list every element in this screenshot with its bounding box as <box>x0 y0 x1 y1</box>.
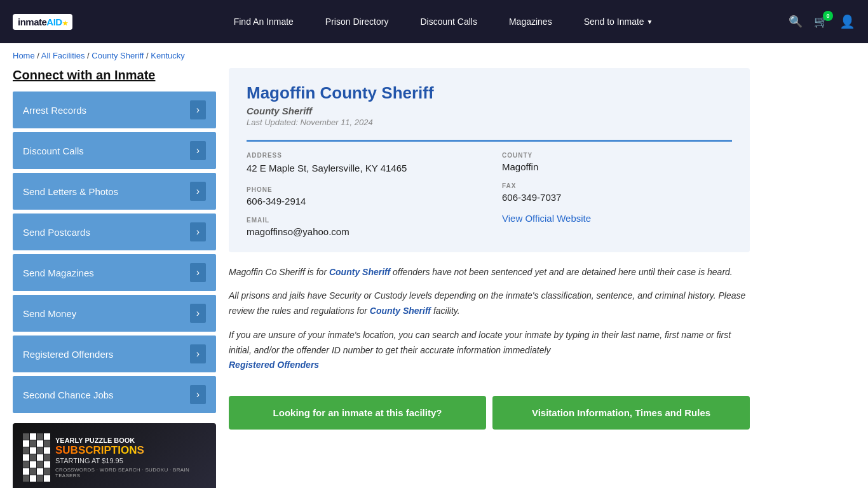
sidebar: Connect with an Inmate Arrest Records › … <box>13 68 216 488</box>
main-layout: Connect with an Inmate Arrest Records › … <box>0 68 763 488</box>
fax-label: FAX <box>502 182 732 189</box>
sidebar-btn-discount-calls[interactable]: Discount Calls › <box>13 132 216 169</box>
sidebar-arrow-registered-offenders: › <box>190 344 206 363</box>
desc-p2-after: facility. <box>431 306 460 316</box>
navbar: inmateAID★ Find An Inmate Prison Directo… <box>0 0 868 43</box>
bottom-buttons: Looking for an inmate at this facility? … <box>229 396 750 430</box>
fax-value: 606-349-7037 <box>502 192 732 203</box>
nav-find-inmate[interactable]: Find An Inmate <box>234 17 294 27</box>
sidebar-label-discount-calls: Discount Calls <box>23 146 84 156</box>
ad-line3: STARTING AT $19.95 <box>55 457 206 464</box>
address-label: ADDRESS <box>247 152 477 159</box>
visitation-info-button[interactable]: Visitation Information, Times and Rules <box>492 396 750 430</box>
website-section: View Official Website <box>502 213 732 224</box>
navbar-links: Find An Inmate Prison Directory Discount… <box>98 17 789 27</box>
email-label: EMAIL <box>247 217 477 224</box>
breadcrumb-county-sheriff[interactable]: County Sheriff <box>92 51 144 60</box>
sidebar-btn-send-postcards[interactable]: Send Postcards › <box>13 214 216 250</box>
facility-card: Magoffin County Sheriff County Sheriff L… <box>229 68 750 252</box>
sidebar-arrow-arrest-records: › <box>190 100 206 119</box>
view-official-website-link[interactable]: View Official Website <box>502 213 591 224</box>
county-value: Magoffin <box>502 161 732 172</box>
facility-type: County Sheriff <box>247 105 732 116</box>
detail-right: COUNTY Magoffin FAX 606-349-7037 View Of… <box>502 152 732 237</box>
registered-offenders-link[interactable]: Registered Offenders <box>229 360 319 370</box>
cart-button[interactable]: 🛒 0 <box>814 15 828 29</box>
logo[interactable]: inmateAID★ <box>13 14 72 30</box>
county-label: COUNTY <box>502 152 732 159</box>
address-section: ADDRESS 42 E Maple St, Saylersville, KY … <box>247 152 477 176</box>
sidebar-arrow-second-chance-jobs: › <box>190 385 206 404</box>
caret-down-icon: ▼ <box>647 18 653 25</box>
sidebar-label-send-letters: Send Letters & Photos <box>23 186 118 197</box>
desc-p1-highlight[interactable]: County Sheriff <box>329 267 390 277</box>
desc-para-3: If you are unsure of your inmate's locat… <box>229 328 750 373</box>
send-to-inmate-label: Send to Inmate <box>584 17 644 27</box>
nav-send-to-inmate[interactable]: Send to Inmate ▼ <box>584 17 653 27</box>
ad-text: YEARLY PUZZLE BOOK SUBSCRIPTIONS STARTIN… <box>55 437 206 478</box>
phone-section: PHONE 606-349-2914 <box>247 186 477 207</box>
user-button[interactable]: 👤 <box>839 14 855 29</box>
sidebar-arrow-send-letters: › <box>190 182 206 201</box>
sidebar-btn-second-chance-jobs[interactable]: Second Chance Jobs › <box>13 376 216 413</box>
sidebar-label-send-magazines: Send Magazines <box>23 268 94 278</box>
desc-p2-highlight[interactable]: County Sheriff <box>370 306 431 316</box>
breadcrumb-home[interactable]: Home <box>13 51 35 60</box>
ad-line2: SUBSCRIPTIONS <box>55 444 206 457</box>
phone-value: 606-349-2914 <box>247 196 477 207</box>
ad-line4: CROSSWORDS · WORD SEARCH · SUDOKU · BRAI… <box>55 467 206 478</box>
facility-details: ADDRESS 42 E Maple St, Saylersville, KY … <box>247 140 732 237</box>
nav-prison-directory[interactable]: Prison Directory <box>325 17 389 27</box>
nav-discount-calls[interactable]: Discount Calls <box>420 17 477 27</box>
sidebar-btn-send-letters[interactable]: Send Letters & Photos › <box>13 173 216 210</box>
search-button[interactable]: 🔍 <box>789 15 803 29</box>
sidebar-btn-registered-offenders[interactable]: Registered Offenders › <box>13 336 216 372</box>
desc-p1-after: offenders have not been sentenced yet an… <box>390 267 733 277</box>
cart-badge: 0 <box>823 11 833 21</box>
sidebar-btn-send-magazines[interactable]: Send Magazines › <box>13 254 216 291</box>
sidebar-label-send-money: Send Money <box>23 308 76 319</box>
county-section: COUNTY Magoffin <box>502 152 732 172</box>
sidebar-btn-arrest-records[interactable]: Arrest Records › <box>13 92 216 128</box>
breadcrumb-all-facilities[interactable]: All Facilities <box>41 51 85 60</box>
desc-para-1: Magoffin Co Sheriff is for County Sherif… <box>229 265 750 280</box>
sidebar-ad[interactable]: YEARLY PUZZLE BOOK SUBSCRIPTIONS STARTIN… <box>13 423 216 488</box>
desc-p3-text: If you are unsure of your inmate's locat… <box>229 330 731 355</box>
navbar-icons: 🔍 🛒 0 👤 <box>789 14 855 29</box>
detail-left: ADDRESS 42 E Maple St, Saylersville, KY … <box>247 152 477 237</box>
sidebar-arrow-send-magazines: › <box>190 263 206 282</box>
sidebar-btn-send-money[interactable]: Send Money › <box>13 295 216 332</box>
nav-magazines[interactable]: Magazines <box>509 17 552 27</box>
sidebar-arrow-discount-calls: › <box>190 141 206 160</box>
email-section: EMAIL magoffinso@yahoo.com <box>247 217 477 237</box>
desc-p2-before: All prisons and jails have Security or C… <box>229 290 745 316</box>
content-area: Magoffin County Sheriff County Sheriff L… <box>229 68 750 488</box>
breadcrumb: Home / All Facilities / County Sheriff /… <box>0 43 868 68</box>
ad-puzzle-grid <box>23 433 50 482</box>
fax-section: FAX 606-349-7037 <box>502 182 732 203</box>
sidebar-title: Connect with an Inmate <box>13 68 216 83</box>
facility-updated: Last Updated: November 11, 2024 <box>247 118 732 127</box>
phone-label: PHONE <box>247 186 477 193</box>
sidebar-label-arrest-records: Arrest Records <box>23 105 86 116</box>
sidebar-arrow-send-money: › <box>190 304 206 323</box>
facility-name: Magoffin County Sheriff <box>247 83 732 103</box>
logo-aid-text: AID <box>46 17 62 27</box>
logo-star-icon: ★ <box>62 20 68 27</box>
desc-para-2: All prisons and jails have Security or C… <box>229 288 750 319</box>
desc-p1-before: Magoffin Co Sheriff is for <box>229 267 329 277</box>
sidebar-arrow-send-postcards: › <box>190 222 206 241</box>
address-value: 42 E Maple St, Saylersville, KY 41465 <box>247 161 477 176</box>
looking-for-inmate-button[interactable]: Looking for an inmate at this facility? <box>229 396 486 430</box>
email-value: magoffinso@yahoo.com <box>247 226 477 237</box>
breadcrumb-state[interactable]: Kentucky <box>151 51 184 60</box>
logo-inmate-text: inmate <box>18 17 46 27</box>
description-area: Magoffin Co Sheriff is for County Sherif… <box>229 265 750 384</box>
sidebar-label-registered-offenders: Registered Offenders <box>23 349 113 360</box>
sidebar-label-send-postcards: Send Postcards <box>23 227 90 238</box>
sidebar-label-second-chance-jobs: Second Chance Jobs <box>23 390 114 400</box>
ad-line1: YEARLY PUZZLE BOOK <box>55 437 206 444</box>
